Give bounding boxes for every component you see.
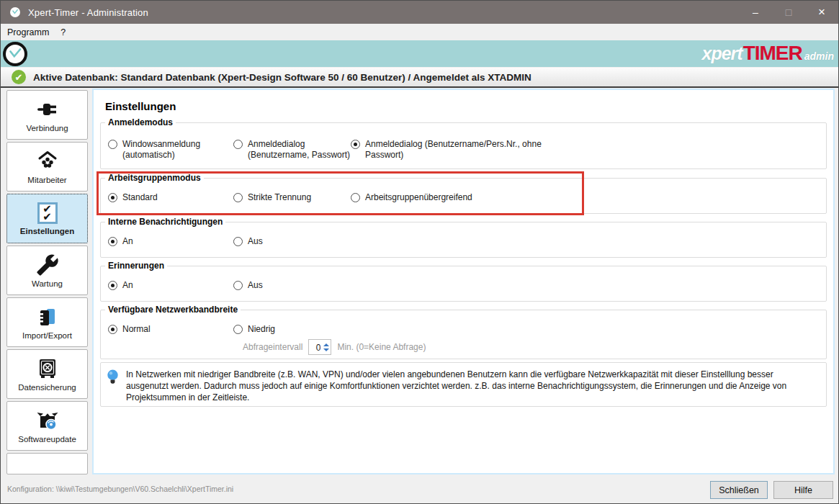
- radio-erinnerungen-aus[interactable]: Aus: [233, 280, 263, 291]
- radio-strikte-trennung[interactable]: Strikte Trennung: [233, 192, 311, 203]
- radio-label: Normal: [122, 324, 151, 335]
- radio-benachrichtigungen-aus[interactable]: Aus: [233, 236, 263, 247]
- radio-label: Strikte Trennung: [248, 192, 311, 203]
- sidebar-item-label: Einstellungen: [20, 227, 74, 235]
- group-label: Arbeitsgruppenmodus: [105, 173, 204, 183]
- group-netzwerkbandbreite: Verfügbare Netzwerkbandbreite Normal Nie…: [100, 310, 827, 359]
- radio-normal[interactable]: Normal: [108, 324, 151, 335]
- radio-label: Niedrig: [248, 324, 275, 335]
- page-title: Einstellungen: [105, 100, 176, 112]
- radio-circle[interactable]: [233, 237, 243, 246]
- radio-benachrichtigungen-an[interactable]: An: [108, 236, 133, 247]
- interval-label: Abfrageintervall: [243, 342, 302, 352]
- radio-circle[interactable]: [233, 193, 243, 202]
- interval-suffix: Min. (0=Keine Abfrage): [337, 342, 426, 352]
- radio-anmeldedialog-passwort[interactable]: Anmeldedialog (Benutzername, Passwort): [233, 139, 367, 161]
- radio-label: Standard: [122, 192, 158, 203]
- radio-circle[interactable]: [233, 281, 243, 290]
- menu-help[interactable]: ?: [55, 25, 71, 40]
- radio-label: An: [122, 280, 133, 291]
- brand-clock-icon: [2, 41, 28, 67]
- radio-erinnerungen-an[interactable]: An: [108, 280, 133, 291]
- radio-circle[interactable]: [351, 140, 360, 149]
- sidebar-item-wartung[interactable]: Wartung: [6, 246, 88, 295]
- sidebar-item-import-export[interactable]: Import/Export: [6, 297, 88, 347]
- sidebar-item-label: Mitarbeiter: [27, 176, 66, 184]
- radio-label: Windowsanmeldung (automatisch): [122, 139, 230, 161]
- radio-circle[interactable]: [233, 325, 243, 334]
- app-clock-icon: [9, 6, 21, 18]
- radio-circle[interactable]: [108, 281, 117, 290]
- sidebar-filler: [6, 453, 88, 474]
- logo-timer: TIMER: [743, 42, 802, 65]
- group-home-icon: [36, 150, 59, 173]
- group-interne-benachrichtigungen: Interne Benachrichtigungen An Aus: [100, 222, 827, 258]
- import-export-icon: [36, 305, 59, 328]
- radio-circle[interactable]: [108, 237, 117, 246]
- sidebar-item-softwareupdate[interactable]: Softwareupdate: [6, 401, 88, 451]
- group-erinnerungen: Erinnerungen An Aus: [100, 266, 827, 302]
- radio-circle[interactable]: [108, 325, 117, 334]
- logo-xpert: xpert: [702, 43, 742, 64]
- radio-arbeitsgruppenuebergreifend[interactable]: Arbeitsgruppenübergreifend: [351, 192, 472, 203]
- radio-windowsanmeldung[interactable]: Windowsanmeldung (automatisch): [108, 139, 230, 161]
- group-label: Verfügbare Netzwerkbandbreite: [105, 305, 241, 315]
- interval-row: Abfrageintervall Min. (0=Keine Abfrage): [243, 339, 426, 355]
- group-label: Erinnerungen: [105, 261, 167, 271]
- brand-header: xpert TIMER admin: [1, 40, 838, 67]
- radio-circle[interactable]: [233, 140, 243, 149]
- radio-standard[interactable]: Standard: [108, 192, 158, 203]
- hint-text: In Netzwerken mit niedriger Bandbreite (…: [126, 369, 817, 403]
- sidebar-nav: Verbindung Mitarbeiter ✔✔ Einstellungen: [6, 90, 88, 474]
- sidebar-item-mitarbeiter[interactable]: Mitarbeiter: [6, 142, 88, 192]
- safe-icon: [36, 357, 59, 380]
- interval-input[interactable]: [309, 340, 322, 354]
- radio-label: An: [122, 236, 133, 247]
- radio-circle[interactable]: [108, 140, 117, 149]
- plug-icon: [36, 98, 59, 121]
- radio-label: Arbeitsgruppenübergreifend: [365, 192, 472, 203]
- group-hinweis: In Netzwerken mit niedriger Bandbreite (…: [100, 362, 827, 407]
- close-dialog-button[interactable]: Schließen: [710, 481, 768, 499]
- logo-admin: admin: [804, 50, 834, 62]
- spinner-up-icon[interactable]: [323, 343, 329, 346]
- sidebar-item-label: Softwareupdate: [18, 435, 76, 444]
- interval-spinner[interactable]: [308, 339, 331, 355]
- radio-niedrig[interactable]: Niedrig: [233, 324, 275, 335]
- sidebar-item-label: Wartung: [32, 279, 63, 288]
- settings-panel: Einstellungen Anmeldemodus Windowsanmeld…: [92, 89, 835, 474]
- close-button[interactable]: ×: [805, 1, 838, 24]
- group-label: Interne Benachrichtigungen: [105, 217, 225, 227]
- active-database-text: Aktive Datenbank: Standard Datenbank (Xp…: [33, 72, 531, 83]
- sidebar-item-verbindung[interactable]: Verbindung: [6, 90, 88, 140]
- radio-anmeldedialog-persnr[interactable]: Anmeldedialog (Benutzername/Pers.Nr., oh…: [351, 139, 567, 161]
- checklist-icon: ✔✔: [37, 202, 58, 224]
- radio-circle[interactable]: [351, 193, 360, 202]
- menu-programm[interactable]: Programm: [1, 25, 55, 40]
- radio-label: Anmeldedialog (Benutzername, Passwort): [248, 139, 367, 161]
- brand-logo: xpert TIMER admin: [702, 42, 834, 65]
- help-button[interactable]: Hilfe: [773, 481, 833, 499]
- minimize-button[interactable]: –: [739, 1, 772, 24]
- check-circle-icon: ✔: [12, 70, 26, 84]
- radio-label: Aus: [248, 236, 263, 247]
- spinner-down-icon[interactable]: [323, 348, 329, 351]
- title-bar: Xpert-Timer - Administration – □ ×: [1, 1, 838, 24]
- sidebar-item-einstellungen[interactable]: ✔✔ Einstellungen: [6, 194, 88, 243]
- group-label: Anmeldemodus: [105, 117, 176, 127]
- sidebar-item-label: Import/Export: [22, 331, 72, 340]
- radio-circle[interactable]: [108, 193, 117, 202]
- sidebar-item-label: Datensicherung: [18, 383, 76, 392]
- wrench-icon: [36, 253, 59, 276]
- group-arbeitsgruppenmodus: Arbeitsgruppenmodus Standard Strikte Tre…: [100, 178, 827, 214]
- window-title: Xpert-Timer - Administration: [28, 7, 148, 18]
- group-anmeldemodus: Anmeldemodus Windowsanmeldung (automatis…: [100, 122, 827, 169]
- active-database-banner: ✔ Aktive Datenbank: Standard Datenbank (…: [1, 68, 838, 88]
- footer-bar: Konfiguration: \\kiwi\Testumgebungen\V60…: [1, 474, 838, 504]
- menu-bar: Programm ?: [1, 24, 838, 40]
- config-path-text: Konfiguration: \\kiwi\Testumgebungen\V60…: [7, 485, 233, 493]
- radio-label: Anmeldedialog (Benutzername/Pers.Nr., oh…: [365, 139, 567, 161]
- radio-label: Aus: [248, 280, 263, 291]
- sidebar-item-datensicherung[interactable]: Datensicherung: [6, 349, 88, 399]
- sidebar-item-label: Verbindung: [26, 124, 68, 132]
